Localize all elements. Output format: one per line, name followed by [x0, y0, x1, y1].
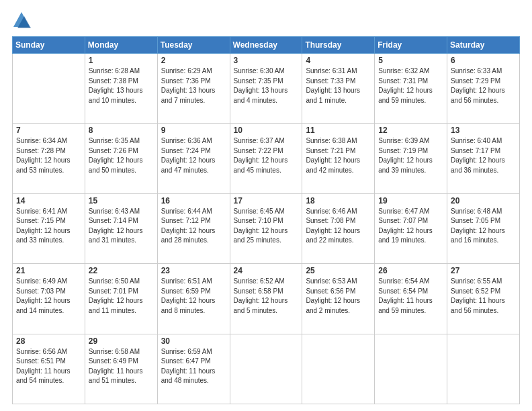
day-cell: [13, 54, 85, 124]
cell-info: Sunrise: 6:44 AM Sunset: 7:12 PM Dayligh…: [161, 207, 226, 246]
col-header-monday: Monday: [85, 37, 157, 54]
cell-info: Sunrise: 6:40 AM Sunset: 7:17 PM Dayligh…: [451, 136, 516, 175]
day-cell: 26Sunrise: 6:54 AM Sunset: 6:54 PM Dayli…: [375, 264, 447, 334]
day-cell: 24Sunrise: 6:52 AM Sunset: 6:58 PM Dayli…: [230, 264, 302, 334]
day-cell: 21Sunrise: 6:49 AM Sunset: 7:03 PM Dayli…: [13, 264, 85, 334]
day-cell: 20Sunrise: 6:48 AM Sunset: 7:05 PM Dayli…: [447, 193, 520, 263]
week-row-5: 28Sunrise: 6:56 AM Sunset: 6:51 PM Dayli…: [13, 334, 520, 404]
day-cell: 7Sunrise: 6:34 AM Sunset: 7:28 PM Daylig…: [13, 124, 85, 193]
day-number: 28: [16, 336, 81, 346]
day-number: 19: [378, 196, 443, 205]
day-number: 3: [234, 56, 299, 65]
day-cell: 13Sunrise: 6:40 AM Sunset: 7:17 PM Dayli…: [447, 124, 520, 193]
cell-info: Sunrise: 6:49 AM Sunset: 7:03 PM Dayligh…: [16, 277, 81, 316]
day-cell: 28Sunrise: 6:56 AM Sunset: 6:51 PM Dayli…: [13, 334, 85, 404]
day-cell: 2Sunrise: 6:29 AM Sunset: 7:36 PM Daylig…: [157, 54, 230, 124]
cell-info: Sunrise: 6:36 AM Sunset: 7:24 PM Dayligh…: [161, 136, 226, 175]
cell-info: Sunrise: 6:29 AM Sunset: 7:36 PM Dayligh…: [161, 66, 226, 105]
day-cell: 27Sunrise: 6:55 AM Sunset: 6:52 PM Dayli…: [447, 264, 520, 334]
col-header-thursday: Thursday: [302, 37, 375, 54]
day-number: 4: [306, 56, 371, 65]
cell-info: Sunrise: 6:59 AM Sunset: 6:47 PM Dayligh…: [161, 347, 226, 386]
col-header-saturday: Saturday: [447, 37, 520, 54]
day-cell: 19Sunrise: 6:47 AM Sunset: 7:07 PM Dayli…: [375, 193, 447, 263]
cell-info: Sunrise: 6:39 AM Sunset: 7:19 PM Dayligh…: [378, 136, 443, 175]
week-row-1: 1Sunrise: 6:28 AM Sunset: 7:38 PM Daylig…: [13, 54, 520, 124]
cell-info: Sunrise: 6:32 AM Sunset: 7:31 PM Dayligh…: [378, 66, 443, 105]
day-cell: [230, 334, 302, 404]
cell-info: Sunrise: 6:33 AM Sunset: 7:29 PM Dayligh…: [451, 66, 516, 105]
day-number: 6: [451, 56, 516, 65]
day-cell: 29Sunrise: 6:58 AM Sunset: 6:49 PM Dayli…: [85, 334, 157, 404]
cell-info: Sunrise: 6:30 AM Sunset: 7:35 PM Dayligh…: [234, 66, 299, 105]
logo-icon: [12, 11, 31, 30]
day-cell: 30Sunrise: 6:59 AM Sunset: 6:47 PM Dayli…: [157, 334, 230, 404]
day-cell: 8Sunrise: 6:35 AM Sunset: 7:26 PM Daylig…: [85, 124, 157, 193]
day-number: 21: [16, 266, 81, 275]
cell-info: Sunrise: 6:31 AM Sunset: 7:33 PM Dayligh…: [306, 66, 371, 105]
cell-info: Sunrise: 6:52 AM Sunset: 6:58 PM Dayligh…: [234, 277, 299, 316]
day-number: 2: [161, 56, 226, 65]
day-cell: 4Sunrise: 6:31 AM Sunset: 7:33 PM Daylig…: [302, 54, 375, 124]
cell-info: Sunrise: 6:58 AM Sunset: 6:49 PM Dayligh…: [89, 347, 154, 386]
day-number: 13: [451, 126, 516, 135]
day-number: 18: [306, 196, 371, 205]
cell-info: Sunrise: 6:35 AM Sunset: 7:26 PM Dayligh…: [89, 136, 154, 175]
day-cell: [302, 334, 375, 404]
day-number: 15: [89, 196, 154, 205]
calendar-table: SundayMondayTuesdayWednesdayThursdayFrid…: [12, 36, 520, 404]
day-cell: [447, 334, 520, 404]
day-number: 8: [89, 126, 154, 135]
day-number: 16: [161, 196, 226, 205]
day-number: 26: [378, 266, 443, 275]
header-row: SundayMondayTuesdayWednesdayThursdayFrid…: [13, 37, 520, 54]
page: SundayMondayTuesdayWednesdayThursdayFrid…: [0, 0, 532, 411]
cell-info: Sunrise: 6:38 AM Sunset: 7:21 PM Dayligh…: [306, 136, 371, 175]
cell-info: Sunrise: 6:51 AM Sunset: 6:59 PM Dayligh…: [161, 277, 226, 316]
col-header-friday: Friday: [375, 37, 447, 54]
day-cell: 14Sunrise: 6:41 AM Sunset: 7:15 PM Dayli…: [13, 193, 85, 263]
day-number: 23: [161, 266, 226, 275]
header: [12, 11, 520, 30]
cell-info: Sunrise: 6:47 AM Sunset: 7:07 PM Dayligh…: [378, 207, 443, 246]
day-number: 24: [234, 266, 299, 275]
cell-info: Sunrise: 6:43 AM Sunset: 7:14 PM Dayligh…: [89, 207, 154, 246]
day-number: 17: [234, 196, 299, 205]
day-number: 9: [161, 126, 226, 135]
day-cell: 25Sunrise: 6:53 AM Sunset: 6:56 PM Dayli…: [302, 264, 375, 334]
day-cell: 11Sunrise: 6:38 AM Sunset: 7:21 PM Dayli…: [302, 124, 375, 193]
logo: [12, 11, 34, 30]
day-number: 12: [378, 126, 443, 135]
day-number: 29: [89, 336, 154, 346]
week-row-4: 21Sunrise: 6:49 AM Sunset: 7:03 PM Dayli…: [13, 264, 520, 334]
cell-info: Sunrise: 6:45 AM Sunset: 7:10 PM Dayligh…: [234, 207, 299, 246]
day-cell: 16Sunrise: 6:44 AM Sunset: 7:12 PM Dayli…: [157, 193, 230, 263]
day-number: 27: [451, 266, 516, 275]
col-header-tuesday: Tuesday: [157, 37, 230, 54]
cell-info: Sunrise: 6:48 AM Sunset: 7:05 PM Dayligh…: [451, 207, 516, 246]
cell-info: Sunrise: 6:54 AM Sunset: 6:54 PM Dayligh…: [378, 277, 443, 316]
day-cell: 12Sunrise: 6:39 AM Sunset: 7:19 PM Dayli…: [375, 124, 447, 193]
col-header-sunday: Sunday: [13, 37, 85, 54]
day-number: 14: [16, 196, 81, 205]
day-number: 10: [234, 126, 299, 135]
day-number: 30: [161, 336, 226, 346]
cell-info: Sunrise: 6:50 AM Sunset: 7:01 PM Dayligh…: [89, 277, 154, 316]
day-number: 1: [89, 56, 154, 65]
day-cell: 6Sunrise: 6:33 AM Sunset: 7:29 PM Daylig…: [447, 54, 520, 124]
cell-info: Sunrise: 6:41 AM Sunset: 7:15 PM Dayligh…: [16, 207, 81, 246]
day-cell: 23Sunrise: 6:51 AM Sunset: 6:59 PM Dayli…: [157, 264, 230, 334]
cell-info: Sunrise: 6:56 AM Sunset: 6:51 PM Dayligh…: [16, 347, 81, 386]
cell-info: Sunrise: 6:34 AM Sunset: 7:28 PM Dayligh…: [16, 136, 81, 175]
day-number: 7: [16, 126, 81, 135]
day-number: 22: [89, 266, 154, 275]
day-number: 20: [451, 196, 516, 205]
cell-info: Sunrise: 6:53 AM Sunset: 6:56 PM Dayligh…: [306, 277, 371, 316]
week-row-3: 14Sunrise: 6:41 AM Sunset: 7:15 PM Dayli…: [13, 193, 520, 263]
day-cell: 5Sunrise: 6:32 AM Sunset: 7:31 PM Daylig…: [375, 54, 447, 124]
cell-info: Sunrise: 6:55 AM Sunset: 6:52 PM Dayligh…: [451, 277, 516, 316]
day-cell: 15Sunrise: 6:43 AM Sunset: 7:14 PM Dayli…: [85, 193, 157, 263]
day-cell: 1Sunrise: 6:28 AM Sunset: 7:38 PM Daylig…: [85, 54, 157, 124]
day-number: 5: [378, 56, 443, 65]
day-number: 25: [306, 266, 371, 275]
